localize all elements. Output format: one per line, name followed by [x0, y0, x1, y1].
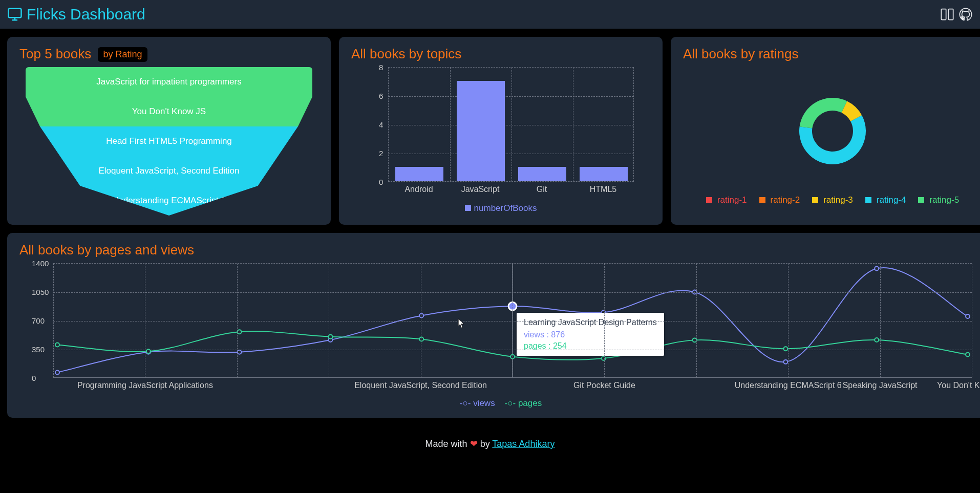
funnel-seg-3[interactable]: Head First HTML5 Programming [26, 126, 312, 156]
monitor-icon [7, 7, 23, 22]
tooltip-views: views : 876 [524, 330, 657, 339]
svg-point-17 [238, 330, 242, 334]
topics-legend: numberOfBooks [351, 203, 650, 213]
ratings-legend-item[interactable]: rating-3 [809, 195, 856, 205]
svg-point-12 [783, 360, 787, 364]
pages-views-line-chart[interactable]: Learning JavaScript Design Patterns view… [25, 263, 977, 396]
pages-views-card: All books by pages and views Learning Ja… [7, 233, 980, 418]
ratings-legend-item[interactable]: rating-5 [915, 195, 962, 205]
svg-point-24 [875, 338, 879, 342]
footer-by: by [480, 439, 493, 449]
svg-point-21 [602, 356, 606, 360]
svg-point-19 [419, 337, 423, 341]
topics-bar-chart[interactable]: 02468 AndroidJavaScriptGitHTML5 [368, 67, 634, 200]
ratings-legend: rating-1rating-2rating-3rating-4rating-5 [683, 195, 980, 205]
funnel-seg-2[interactable]: You Don't Know JS [26, 97, 312, 126]
svg-point-25 [966, 353, 970, 357]
ratings-legend-item[interactable]: rating-1 [703, 195, 750, 205]
pages-views-title: All books by pages and views [19, 242, 980, 258]
svg-point-15 [55, 343, 59, 347]
footer-author-link[interactable]: Tapas Adhikary [492, 439, 555, 449]
ratings-title: All books by ratings [683, 46, 980, 62]
ratings-card: All books by ratings rating-1rating-2rat… [671, 37, 980, 225]
topics-title: All books by topics [351, 46, 650, 62]
svg-rect-2 [948, 9, 953, 20]
ratings-legend-item[interactable]: rating-4 [862, 195, 909, 205]
funnel-seg-1[interactable]: JavaScript for impatient programmers [26, 67, 312, 97]
ratings-donut-chart[interactable] [683, 67, 980, 195]
github-icon[interactable] [958, 7, 973, 22]
header-icons [940, 7, 973, 22]
footer: Made with ❤ by Tapas Adhikary [0, 438, 980, 449]
tooltip-title: Learning JavaScript Design Patterns [524, 318, 657, 327]
funnel-seg-5[interactable]: Understanding ECMAScript 6 [26, 186, 312, 216]
footer-made: Made with [425, 439, 470, 449]
svg-point-8 [419, 314, 423, 318]
ratings-legend-item[interactable]: rating-2 [756, 195, 803, 205]
funnel-chart[interactable]: JavaScript for impatient programmers You… [26, 67, 312, 216]
top5-title-text: Top 5 books [19, 46, 91, 61]
topics-legend-label: numberOfBooks [474, 203, 537, 213]
top5-title: Top 5 books by Rating [19, 46, 318, 62]
svg-point-6 [238, 350, 242, 354]
heart-icon: ❤ [470, 439, 478, 449]
svg-point-4 [55, 371, 59, 375]
svg-rect-0 [9, 9, 22, 18]
svg-point-13 [875, 267, 879, 271]
funnel-seg-4[interactable]: Eloquent JavaScript, Second Edition [26, 156, 312, 186]
legend-views: views [473, 398, 495, 408]
top5-badge: by Rating [98, 47, 147, 62]
pages-views-legend: -○- views -○- pages [19, 398, 980, 409]
legend-pages: pages [518, 398, 542, 408]
panels-icon[interactable] [940, 7, 954, 22]
svg-rect-1 [941, 9, 946, 20]
app-header: Flicks Dashboard [0, 0, 980, 29]
brand[interactable]: Flicks Dashboard [7, 6, 145, 23]
cursor-icon [458, 318, 465, 329]
top5-card: Top 5 books by Rating JavaScript for imp… [7, 37, 331, 225]
brand-text: Flicks Dashboard [27, 6, 145, 23]
svg-point-14 [966, 314, 970, 318]
topics-card: All books by topics 02468 AndroidJavaScr… [339, 37, 663, 225]
